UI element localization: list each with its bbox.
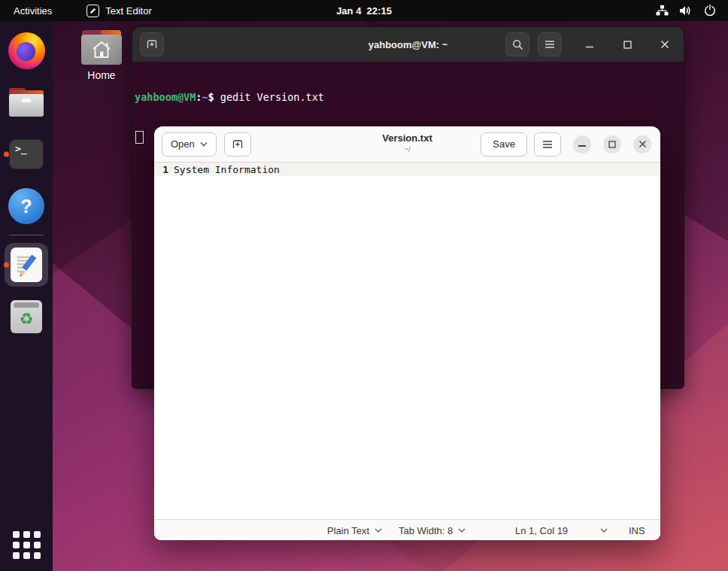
- system-status-area[interactable]: [656, 5, 716, 17]
- firefox-icon: [8, 32, 45, 69]
- gedit-minimize-button[interactable]: [573, 135, 591, 153]
- files-icon: [9, 88, 44, 117]
- new-document-icon: [232, 138, 244, 150]
- chevron-down-icon: [458, 527, 466, 533]
- terminal-maximize-button[interactable]: [617, 41, 637, 49]
- prompt-user-host: yahboom@VM: [135, 91, 196, 103]
- trash-icon: ♻: [11, 300, 42, 333]
- help-icon: ?: [8, 188, 44, 224]
- terminal-icon: >_: [9, 139, 44, 169]
- text-editor-icon: [86, 5, 99, 17]
- network-wired-icon: [656, 5, 669, 17]
- new-document-button[interactable]: [224, 132, 251, 156]
- save-button[interactable]: Save: [481, 132, 527, 156]
- home-folder-icon: [81, 30, 122, 65]
- gedit-statusbar: Plain Text Tab Width: 8 Ln 1, Col 19: [154, 519, 660, 540]
- hamburger-icon: [542, 140, 553, 149]
- terminal-prompt-line: yahboom@VM:~$ gedit Version.txt: [135, 91, 684, 104]
- desktop-screen: Activities Text Editor Jan 4 22:15: [0, 0, 728, 571]
- show-applications-button[interactable]: [13, 531, 41, 559]
- home-folder-shortcut[interactable]: Home: [77, 30, 126, 81]
- clock-menu[interactable]: Jan 4 22:15: [336, 5, 392, 17]
- text-editor-area[interactable]: 1 System Information: [154, 162, 660, 519]
- terminal-cursor: [135, 131, 144, 144]
- dock-item-files[interactable]: [0, 84, 53, 121]
- gedit-maximize-button[interactable]: [603, 135, 621, 153]
- volume-icon: [680, 5, 693, 17]
- close-icon: [639, 140, 647, 148]
- insert-mode-indicator[interactable]: INS: [629, 524, 645, 536]
- dock: >_ ?: [0, 21, 53, 571]
- focused-app-menu[interactable]: Text Editor: [86, 5, 151, 17]
- prompt-path: ~: [202, 91, 208, 103]
- running-indicator: [4, 263, 9, 268]
- terminal-controls: [505, 32, 675, 56]
- dock-item-firefox[interactable]: [0, 32, 53, 69]
- maximize-icon: [608, 141, 616, 148]
- line-1-text: System Information: [174, 164, 280, 175]
- editor-line-1: 1 System Information: [154, 162, 660, 176]
- active-app-highlight: [5, 243, 48, 287]
- terminal-search-button[interactable]: [505, 32, 529, 56]
- open-button[interactable]: Open: [162, 132, 217, 156]
- dock-item-help[interactable]: ?: [0, 187, 53, 225]
- gedit-menu-button[interactable]: [534, 132, 561, 156]
- line-number: 1: [154, 164, 174, 175]
- terminal-new-tab-button[interactable]: [140, 32, 164, 56]
- chevron-down-icon: [375, 527, 382, 533]
- chevron-down-icon: [600, 527, 608, 533]
- gedit-close-button[interactable]: [633, 135, 651, 153]
- dock-separator: [9, 235, 44, 235]
- focused-app-label: Text Editor: [105, 5, 151, 17]
- terminal-menu-button[interactable]: [538, 32, 562, 56]
- terminal-titlebar[interactable]: yahboom@VM: ~: [132, 27, 684, 62]
- chevron-down-icon: [200, 141, 208, 147]
- goto-line-dropdown[interactable]: [600, 527, 608, 533]
- language-selector[interactable]: Plain Text: [327, 524, 382, 536]
- cursor-position-indicator[interactable]: Ln 1, Col 19: [515, 524, 568, 536]
- gedit-headerbar[interactable]: Open Version.txt ~/ Save: [154, 126, 660, 162]
- home-shortcut-label: Home: [77, 69, 126, 81]
- minimize-icon: [578, 145, 586, 147]
- power-icon: [704, 5, 716, 17]
- gedit-header-actions: Save: [481, 132, 651, 156]
- running-indicator: [4, 152, 9, 157]
- terminal-close-button[interactable]: [655, 40, 675, 49]
- terminal-command: gedit Version.txt: [220, 91, 324, 103]
- activities-button[interactable]: Activities: [11, 4, 55, 18]
- terminal-minimize-button[interactable]: [580, 40, 599, 49]
- tab-width-selector[interactable]: Tab Width: 8: [399, 524, 466, 536]
- gedit-window: Open Version.txt ~/ Save: [154, 126, 660, 540]
- dock-item-trash[interactable]: ♻: [0, 298, 53, 336]
- text-editor-icon: [11, 248, 42, 282]
- top-bar: Activities Text Editor Jan 4 22:15: [0, 0, 728, 21]
- dock-item-terminal[interactable]: >_: [0, 135, 53, 173]
- dock-item-text-editor[interactable]: [0, 243, 53, 287]
